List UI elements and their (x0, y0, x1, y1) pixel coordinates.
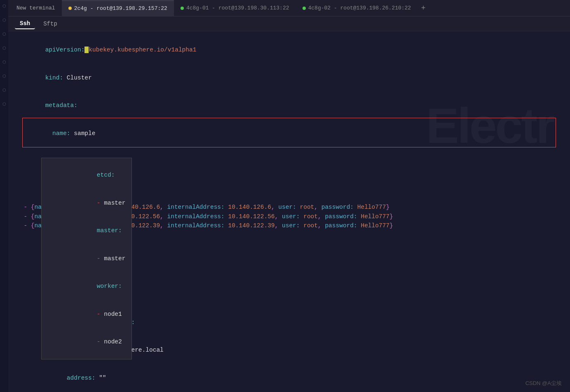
terminal-content: apiVersion:kubekey.kubesphere.io/v1alpha… (16, 36, 562, 392)
bottom-line-3: address: "" (16, 364, 562, 392)
new-terminal-label: New terminal (16, 5, 55, 11)
sidebar: ⬡ ⬡ ⬡ ⬡ ⬡ ⬡ ⬡ ⬡ (0, 0, 8, 392)
tab-4c8g-02[interactable]: 4c8g-02 - root@139.198.26.210:22 (296, 0, 418, 16)
csdn-badge: CSDN @A尘埃 (525, 380, 562, 387)
tab-4c8g-02-label: 4c8g-02 - root@139.198.26.210:22 (308, 5, 411, 11)
sub-tab-sftp[interactable]: Sftp (38, 19, 62, 29)
sub-tab-bar: Ssh Sftp (8, 16, 570, 31)
popup-line-7: - node2 (47, 328, 127, 355)
terminal-line-4: name: sample (16, 119, 562, 147)
tab-4c8g-01-label: 4c8g-01 - root@139.198.30.113:22 (186, 5, 289, 11)
sidebar-icon-3: ⬡ (1, 31, 7, 37)
sidebar-icon-7: ⬡ (1, 87, 7, 93)
tab-dot-green-1 (181, 7, 184, 10)
popup-line-6: - node1 (47, 300, 127, 328)
terminal-line-2: kind: Cluster (16, 64, 562, 91)
popup-line-1: etcd: (47, 161, 127, 189)
tab-2c4g-label: 2c4g - root@139.198.29.157:22 (74, 5, 167, 12)
popup-box: etcd: - master master: - master worker: (41, 158, 132, 359)
sidebar-icon-5: ⬡ (1, 59, 7, 65)
add-tab-button[interactable]: + (418, 2, 429, 14)
popup-line-3: master: (47, 217, 127, 245)
terminal-area[interactable]: Electr apiVersion:kubekey.kubesphere.io/… (8, 31, 570, 392)
terminal-line-3: metadata: (16, 92, 562, 119)
sidebar-icon-8: ⬡ (1, 101, 7, 107)
tab-dot-yellow (68, 7, 72, 10)
sidebar-icon-2: ⬡ (1, 17, 7, 23)
tab-new-terminal[interactable]: New terminal (10, 0, 62, 16)
sub-tab-ssh[interactable]: Ssh (15, 19, 35, 29)
popup-line-4: - master (47, 245, 127, 272)
sidebar-icon-6: ⬡ (1, 73, 7, 79)
tab-2c4g[interactable]: 2c4g - root@139.198.29.157:22 (62, 0, 174, 16)
tab-dot-green-2 (303, 7, 306, 10)
tab-4c8g-01[interactable]: 4c8g-01 - root@139.198.30.113:22 (174, 0, 296, 16)
terminal-line-1: apiVersion:kubekey.kubesphere.io/v1alpha… (16, 36, 562, 64)
sidebar-icon-1: ⬡ (1, 3, 7, 9)
popup-line-5: worker: (47, 273, 127, 300)
popup-line-2: - master (47, 189, 127, 217)
sidebar-icon-4: ⬡ (1, 45, 7, 51)
tab-bar: New terminal 2c4g - root@139.198.29.157:… (8, 0, 570, 16)
